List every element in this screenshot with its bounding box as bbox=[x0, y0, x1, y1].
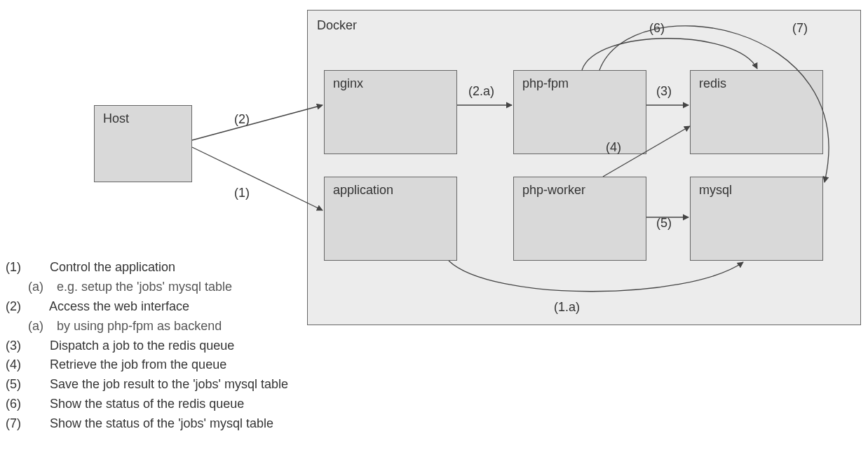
edge-label-2: (2) bbox=[234, 112, 250, 127]
legend-text: Control the application bbox=[50, 260, 175, 274]
legend-item: (7) Show the status of the 'jobs' mysql … bbox=[6, 414, 370, 434]
node-phpfpm: php-fpm bbox=[513, 70, 646, 154]
legend-text: Show the status of the 'jobs' mysql tabl… bbox=[50, 416, 273, 430]
legend-item: (5) Save the job result to the 'jobs' my… bbox=[6, 375, 370, 395]
legend-subitem: (a) e.g. setup the 'jobs' mysql table bbox=[6, 278, 370, 297]
legend-text: Retrieve the job from the queue bbox=[50, 357, 226, 371]
legend-num: (1) bbox=[6, 258, 46, 278]
legend-subtext: by using php-fpm as backend bbox=[57, 319, 222, 333]
legend-text: Show the status of the redis queue bbox=[50, 397, 244, 411]
edge-label-5: (5) bbox=[656, 216, 672, 231]
legend-item: (6) Show the status of the redis queue bbox=[6, 395, 370, 414]
legend-subitem: (a) by using php-fpm as backend bbox=[6, 317, 370, 336]
legend-item: (3) Dispatch a job to the redis queue bbox=[6, 336, 370, 356]
node-redis-label: redis bbox=[699, 76, 726, 90]
node-host: Host bbox=[94, 105, 192, 182]
legend-text: Save the job result to the 'jobs' mysql … bbox=[50, 377, 288, 391]
legend-item: (2) Access the web interface bbox=[6, 297, 370, 317]
node-application-label: application bbox=[333, 183, 393, 197]
node-redis: redis bbox=[690, 70, 823, 154]
legend-num: (4) bbox=[6, 355, 46, 375]
node-mysql: mysql bbox=[690, 177, 823, 261]
arrow-1 bbox=[192, 147, 323, 210]
node-phpworker-label: php-worker bbox=[522, 183, 585, 197]
node-nginx: nginx bbox=[324, 70, 457, 154]
edge-label-7: (7) bbox=[792, 21, 808, 36]
edge-label-3: (3) bbox=[656, 84, 672, 99]
legend-num: (6) bbox=[6, 395, 46, 414]
legend-subnum: (a) bbox=[28, 317, 53, 336]
docker-container bbox=[307, 10, 861, 325]
legend-text: Access the web interface bbox=[49, 299, 189, 313]
node-phpfpm-label: php-fpm bbox=[522, 76, 569, 90]
node-host-label: Host bbox=[103, 111, 129, 125]
node-application: application bbox=[324, 177, 457, 261]
legend-subnum: (a) bbox=[28, 278, 53, 297]
legend-item: (1) Control the application bbox=[6, 258, 370, 278]
legend-item: (4) Retrieve the job from the queue bbox=[6, 355, 370, 375]
node-mysql-label: mysql bbox=[699, 183, 732, 197]
node-phpworker: php-worker bbox=[513, 177, 646, 261]
edge-label-2a: (2.a) bbox=[468, 84, 494, 99]
edge-label-4: (4) bbox=[606, 140, 621, 155]
legend-text: Dispatch a job to the redis queue bbox=[50, 339, 234, 353]
legend-num: (5) bbox=[6, 375, 46, 395]
edge-label-6: (6) bbox=[649, 21, 665, 36]
edge-label-1: (1) bbox=[234, 186, 250, 200]
node-nginx-label: nginx bbox=[333, 76, 363, 90]
legend-num: (7) bbox=[6, 414, 46, 434]
legend: (1) Control the application (a) e.g. set… bbox=[6, 258, 370, 434]
edge-label-1a: (1.a) bbox=[554, 300, 580, 315]
legend-num: (2) bbox=[6, 297, 46, 317]
docker-label: Docker bbox=[317, 18, 357, 33]
legend-num: (3) bbox=[6, 336, 46, 356]
legend-subtext: e.g. setup the 'jobs' mysql table bbox=[57, 280, 232, 294]
arrow-2 bbox=[192, 105, 323, 140]
